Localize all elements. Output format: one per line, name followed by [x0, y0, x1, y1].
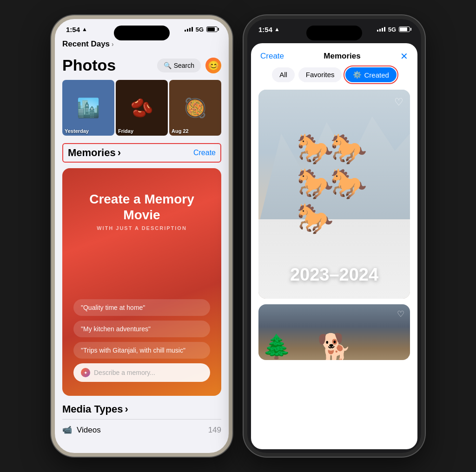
home-indicator-right — [304, 454, 364, 456]
network-type-left: 5G — [196, 26, 204, 33]
video-icon: 📹 — [62, 425, 72, 435]
nav-close-button[interactable]: ✕ — [400, 51, 408, 62]
suggestion-3[interactable]: "Trips with Gitanjali, with chill music" — [73, 342, 210, 359]
memory-card-title: Create a Memory Movie — [73, 191, 210, 223]
status-indicators-left: 5G — [185, 26, 218, 33]
network-type-right: 5G — [388, 26, 396, 33]
memories-create-button[interactable]: Create — [193, 149, 216, 157]
memories-title: Memories › — [68, 147, 121, 159]
time-right: 1:54 ▲ — [258, 26, 280, 33]
media-types-chevron: › — [125, 403, 128, 415]
signal-bars-right — [377, 27, 385, 32]
phone-right: 1:54 ▲ 5G Create Memories ✕ All Fa — [244, 15, 425, 457]
recent-days-chevron: › — [112, 40, 114, 48]
memory-year-label: 2023–2024 — [258, 265, 410, 285]
photos-title: Photos — [62, 56, 116, 74]
photos-content: Recent Days › Photos 🔍 Search 😊 🏙️ Yeste… — [55, 39, 229, 453]
memory-card-subtitle: WITH JUST A DESCRIPTION — [73, 225, 210, 231]
suggestion-1[interactable]: "Quality time at home" — [73, 299, 210, 316]
status-indicators-right: 5G — [377, 26, 410, 33]
memory-describe-input[interactable]: ✦ Describe a memory... — [73, 363, 210, 382]
ai-icon: ✦ — [81, 368, 90, 377]
media-types-header[interactable]: Media Types › — [62, 403, 221, 415]
memory-suggestions-list: "Quality time at home" "My kitchen adven… — [73, 299, 210, 382]
nav-create-button[interactable]: Create — [260, 52, 284, 61]
filter-tabs: All Favorites ⚙️ Created — [251, 67, 417, 90]
memory-input-placeholder: Describe a memory... — [94, 369, 155, 376]
user-avatar[interactable]: 😊 — [205, 58, 221, 73]
videos-count: 149 — [208, 426, 221, 435]
dog-icon: 🐕 — [317, 332, 352, 360]
videos-label: Videos — [77, 426, 101, 435]
filter-tab-all[interactable]: All — [272, 67, 295, 82]
photo-thumbnails-row: 🏙️ Yesterday 🫘 Friday 🥘 Aug 22 — [62, 80, 221, 136]
photos-header: Photos 🔍 Search 😊 — [62, 52, 221, 80]
heart-button-small[interactable]: ♡ — [397, 309, 404, 319]
phone-left: 1:54 ▲ 5G Recent Days › Photos — [51, 15, 232, 457]
dynamic-island-left — [114, 26, 170, 40]
time-left: 1:54 ▲ — [66, 26, 87, 33]
filter-tab-favorites[interactable]: Favorites — [298, 67, 342, 82]
memories-nav: Create Memories ✕ — [251, 43, 417, 67]
memories-screen: Create Memories ✕ All Favorites ⚙️ Creat… — [251, 43, 417, 449]
memory-thumb-small[interactable]: 🌲 🐕 ♡ — [258, 304, 410, 360]
memories-chevron: › — [118, 147, 121, 159]
nav-title: Memories — [324, 52, 360, 61]
search-icon: 🔍 — [164, 62, 172, 69]
memory-movie-card[interactable]: Create a Memory Movie WITH JUST A DESCRI… — [62, 168, 221, 396]
memory-thumb-main[interactable]: 🐎🐎🐎🐎🐎 ♡ 2023–2024 — [258, 90, 410, 299]
dog-scene: 🌲 🐕 — [258, 304, 410, 360]
thumb-label-aug22: Aug 22 — [172, 128, 189, 134]
location-icon: ▲ — [82, 26, 87, 33]
horses-group: 🐎🐎🐎🐎🐎 — [297, 131, 372, 236]
battery-right — [399, 26, 410, 32]
dynamic-island-right — [306, 26, 362, 40]
gear-icon: ⚙️ — [353, 71, 362, 79]
media-type-videos[interactable]: 📹 Videos 149 — [62, 419, 221, 440]
photos-header-right: 🔍 Search 😊 — [157, 58, 221, 73]
thumb-label-yesterday: Yesterday — [65, 128, 89, 134]
location-icon-right: ▲ — [274, 26, 280, 33]
thumb-yesterday[interactable]: 🏙️ Yesterday — [62, 80, 114, 136]
thumb-label-friday: Friday — [118, 128, 133, 134]
thumb-friday[interactable]: 🫘 Friday — [116, 80, 168, 136]
memories-section-header[interactable]: Memories › Create — [62, 143, 221, 163]
battery-left — [206, 26, 218, 32]
filter-tab-created[interactable]: ⚙️ Created — [345, 67, 396, 82]
signal-bars-left — [185, 27, 193, 32]
search-button[interactable]: 🔍 Search — [157, 59, 201, 72]
suggestion-2[interactable]: "My kitchen adventures" — [73, 321, 210, 337]
recent-days-label[interactable]: Recent Days › — [62, 39, 221, 49]
tree-icon: 🌲 — [262, 333, 291, 360]
heart-button-main[interactable]: ♡ — [394, 96, 403, 108]
thumb-aug22[interactable]: 🥘 Aug 22 — [169, 80, 221, 136]
